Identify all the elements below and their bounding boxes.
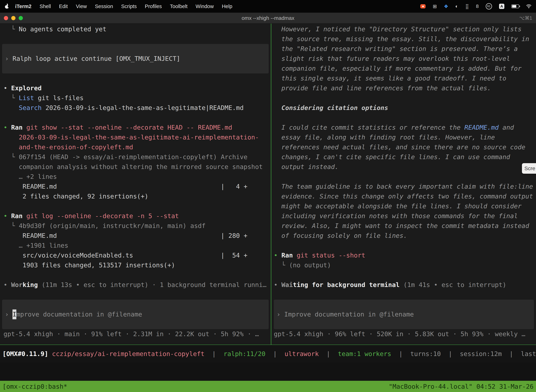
diffstat-summary: 2 files changed, 92 insertions(+): [2, 191, 269, 201]
agents-status-line: └ No agents completed yet: [2, 24, 269, 34]
text-segment: Wai: [281, 281, 293, 288]
text-segment: essay file, along with finding root file…: [274, 134, 495, 141]
reasoning-text: the source tree, missing the essay. Stil…: [274, 34, 534, 44]
text-segment: and: [499, 124, 514, 131]
text-segment: review. Also, I might want to inspect th…: [274, 222, 529, 229]
screen-overlay-label: Scre: [524, 165, 535, 171]
waiting-status: • Waiting for background terminal (1m 41…: [274, 280, 534, 290]
text-segment: gpt-5.4 xhigh · 96% left · 520K in · 5.8…: [274, 330, 525, 338]
text-segment: git show --stat --oneline --decorate HEA…: [23, 124, 232, 131]
text-segment: git log --oneline --decorate -n 5 --stat: [23, 212, 179, 219]
prompt-input[interactable]: › Improve documentation in @filename: [274, 300, 534, 329]
text-segment: |: [391, 350, 410, 357]
text-segment: Ran: [281, 252, 293, 259]
text-segment: the "Related research writing" section i…: [274, 45, 518, 52]
menu-item-edit[interactable]: Edit: [59, 4, 68, 9]
reasoning-text: evidence. Since this change only affects…: [274, 191, 534, 201]
text-segment: Considering citation options: [274, 104, 388, 111]
explored-item: Search 2026-03-09-is-legal-the-same-as-l…: [2, 103, 269, 113]
terminal-blank-line: [274, 241, 534, 250]
ran-command-header: • Ran git status --short: [274, 250, 534, 260]
text-segment: team:1 workers: [338, 350, 391, 357]
text-segment: |: [266, 350, 285, 357]
text-segment: Explored: [11, 84, 42, 92]
zoom-window-button[interactable]: [19, 16, 23, 20]
text-segment: last:5m ago: [521, 350, 536, 357]
close-window-button[interactable]: [4, 16, 8, 20]
text-segment: Wor: [11, 281, 23, 288]
app-grid-icon[interactable]: ⣿: [465, 4, 469, 9]
menu-item-toolbelt[interactable]: Toolbelt: [170, 4, 187, 9]
digit-badge[interactable]: 8: [476, 4, 479, 9]
ran-command-header: • Ran git log --oneline --decorate -n 5 …: [2, 211, 269, 221]
text-segment: king: [23, 281, 38, 288]
menu-item-scripts[interactable]: Scripts: [121, 4, 137, 9]
terminal-blank-line: [2, 34, 269, 44]
menu-item-iterm2[interactable]: iTerm2: [15, 4, 31, 9]
text-segment: •: [4, 84, 11, 92]
text-segment: •: [4, 281, 11, 288]
model-status-line: gpt-5.4 xhigh · 96% left · 520K in · 5.8…: [274, 329, 534, 339]
terminal-blank-line: [2, 290, 269, 300]
text-segment: provide file and line references from th…: [274, 84, 491, 92]
footer-spacer: [0, 363, 536, 381]
model-status-line: gpt-5.4 xhigh · main · 91% left · 2.31M …: [2, 329, 269, 339]
color-swirl-icon[interactable]: ❖: [444, 4, 448, 9]
diffstat-line: src/voice/voiceModeEnabled.ts | 54 +: [2, 250, 269, 260]
wifi-icon[interactable]: [526, 4, 531, 9]
apple-logo[interactable]: [5, 4, 9, 9]
menu-item-window[interactable]: Window: [196, 4, 214, 9]
command-continuation: 2026-03-09-is-legal-the-same-as-legitima…: [2, 132, 269, 142]
reasoning-text: might be acceptable alongside the file l…: [274, 201, 534, 211]
screen-overlay-button[interactable]: Scre: [522, 163, 536, 174]
battery-icon[interactable]: [511, 5, 519, 8]
window-title-bar: omx --xhigh --madmax ⌥⌘1: [0, 13, 536, 23]
working-status: • Working (11m 13s • esc to interrupt) ·…: [2, 280, 269, 290]
command-output: └ 4b9d30f (origin/main, instructkr/main,…: [2, 221, 269, 231]
text-segment: └ 4b9d30f (origin/main, instructkr/main,…: [4, 222, 206, 229]
screen-recording-indicator[interactable]: [420, 4, 426, 9]
reasoning-text: The team guideline is to back every impo…: [274, 182, 534, 191]
text-segment: ›: [5, 54, 13, 64]
text-segment: git status --short: [293, 252, 365, 259]
text-segment: README.md | 4 +: [4, 183, 247, 190]
omx-status-bar: [OMX#0.11.9] cczip/essay/ai-reimplementa…: [0, 345, 536, 363]
input-source-icon[interactable]: A: [499, 4, 504, 9]
text-segment: src/voice/voiceModeEnabled.ts | 54 +: [4, 252, 247, 259]
window-grid-icon[interactable]: ⊞: [433, 4, 437, 9]
reasoning-text: output instead.: [274, 162, 534, 172]
prompt-input[interactable]: › Improve documentation in @filename: [2, 300, 269, 329]
battery-percent-badge[interactable]: 61: [486, 3, 492, 9]
reasoning-text: the "Related research writing" section i…: [274, 44, 534, 54]
minimize-window-button[interactable]: [11, 16, 15, 20]
text-segment: mprove documentation in @filename: [16, 309, 142, 319]
text-segment: (1m 41s • esc to interrupt): [400, 281, 506, 288]
text-segment: Ralph loop active continue [OMX_TMUX_INJ…: [13, 54, 180, 64]
command-output: companion analysis without altering the …: [2, 162, 269, 172]
reasoning-text: changes, I can't cite specific file line…: [274, 152, 534, 162]
text-segment: turns:10: [410, 350, 441, 357]
tmux-session-label: [omx-cczip0:bash*: [2, 383, 67, 390]
text-segment: of focusing solely on file lines.: [274, 232, 407, 239]
moon-icon[interactable]: ◐: [455, 4, 458, 9]
terminal-blank-line: [274, 270, 534, 280]
text-segment: 2026-03-09-is-legal-the-same-as-legitima…: [4, 134, 259, 141]
menu-item-profiles[interactable]: Profiles: [145, 4, 162, 9]
text-segment: session:12m: [460, 350, 502, 357]
text-segment: (11m 13s • esc to interrupt) · 1 backgro…: [38, 281, 266, 288]
menu-item-view[interactable]: View: [76, 4, 87, 9]
menu-item-help[interactable]: Help: [222, 4, 232, 9]
ran-command-header: • Ran git show --stat --oneline --decora…: [2, 123, 269, 132]
text-segment: However, I noticed the "Directory Struct…: [274, 25, 522, 33]
menu-items: iTerm2ShellEditViewSessionScriptsProfile…: [15, 4, 232, 9]
command-output: └ 067f154 (HEAD -> essay/ai-reimplementa…: [2, 152, 269, 162]
menu-item-shell[interactable]: Shell: [40, 4, 51, 9]
explored-header: • Explored: [2, 83, 269, 93]
reasoning-text: review. Also, I might want to inspect th…: [274, 221, 534, 231]
terminal-content: └ No agents completed yet› Ralph loop ac…: [0, 23, 536, 345]
tmux-status-bar: [omx-cczip0:bash* "MacBook-Pro-44.local"…: [0, 381, 536, 392]
text-segment: › Improve documentation in @filename: [277, 309, 414, 319]
menu-item-session[interactable]: Session: [95, 4, 113, 9]
text-segment: Search: [19, 104, 42, 111]
terminal-blank-line: [274, 290, 534, 300]
